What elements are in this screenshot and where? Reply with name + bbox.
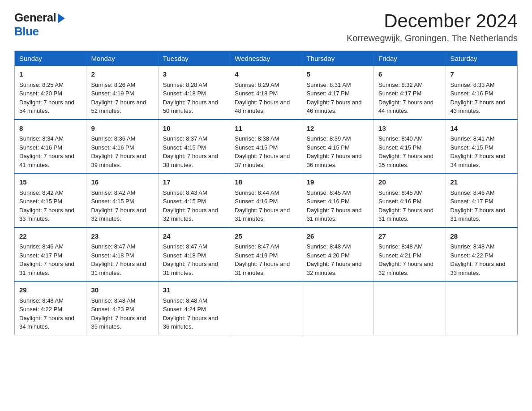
day-sunset: Sunset: 4:22 PM	[450, 252, 493, 259]
day-daylight: Daylight: 7 hours and 37 minutes.	[235, 153, 290, 168]
day-daylight: Daylight: 7 hours and 52 minutes.	[91, 99, 146, 115]
day-sunset: Sunset: 4:21 PM	[378, 252, 421, 259]
logo: General Blue	[14, 11, 65, 39]
day-sunset: Sunset: 4:16 PM	[19, 144, 62, 151]
day-sunrise: Sunrise: 8:44 AM	[235, 189, 279, 196]
calendar-cell	[302, 281, 373, 335]
calendar-cell: 12Sunrise: 8:39 AMSunset: 4:15 PMDayligh…	[302, 120, 373, 174]
day-sunset: Sunset: 4:16 PM	[91, 144, 134, 151]
day-sunrise: Sunrise: 8:29 AM	[235, 81, 279, 88]
calendar-cell: 5Sunrise: 8:31 AMSunset: 4:17 PMDaylight…	[302, 66, 373, 120]
calendar-cell: 1Sunrise: 8:25 AMSunset: 4:20 PMDaylight…	[15, 66, 86, 120]
day-daylight: Daylight: 7 hours and 46 minutes.	[307, 99, 362, 115]
calendar-cell: 8Sunrise: 8:34 AMSunset: 4:16 PMDaylight…	[15, 120, 86, 174]
day-number: 3	[163, 69, 225, 80]
day-sunset: Sunset: 4:18 PM	[163, 90, 206, 97]
day-number: 20	[378, 177, 441, 188]
day-number: 10	[163, 124, 225, 134]
day-sunset: Sunset: 4:18 PM	[91, 252, 134, 259]
day-number: 19	[307, 177, 369, 188]
calendar-week-row: 15Sunrise: 8:42 AMSunset: 4:15 PMDayligh…	[15, 173, 518, 227]
day-sunset: Sunset: 4:20 PM	[19, 90, 62, 97]
day-daylight: Daylight: 7 hours and 32 minutes.	[163, 207, 218, 223]
title-block: December 2024 Korrewegwijk, Groningen, T…	[347, 11, 518, 43]
day-daylight: Daylight: 7 hours and 31 minutes.	[235, 261, 290, 276]
day-number: 23	[91, 231, 153, 242]
day-number: 28	[450, 231, 513, 242]
day-daylight: Daylight: 7 hours and 43 minutes.	[450, 99, 506, 115]
day-number: 4	[235, 69, 297, 80]
day-daylight: Daylight: 7 hours and 33 minutes.	[450, 261, 506, 276]
day-sunset: Sunset: 4:15 PM	[307, 144, 350, 151]
calendar-cell: 26Sunrise: 8:48 AMSunset: 4:20 PMDayligh…	[302, 227, 373, 282]
day-sunrise: Sunrise: 8:45 AM	[307, 189, 351, 196]
day-number: 30	[91, 285, 153, 295]
day-number: 24	[163, 231, 225, 242]
calendar-week-row: 22Sunrise: 8:46 AMSunset: 4:17 PMDayligh…	[15, 227, 518, 282]
calendar-cell: 4Sunrise: 8:29 AMSunset: 4:18 PMDaylight…	[230, 66, 302, 120]
day-sunrise: Sunrise: 8:48 AM	[378, 243, 423, 250]
day-number: 1	[19, 69, 82, 80]
day-sunrise: Sunrise: 8:47 AM	[91, 243, 135, 250]
day-number: 14	[450, 124, 513, 134]
day-sunrise: Sunrise: 8:41 AM	[450, 135, 495, 142]
day-header-wednesday: Wednesday	[230, 51, 302, 66]
day-number: 5	[307, 69, 369, 80]
calendar-cell: 27Sunrise: 8:48 AMSunset: 4:21 PMDayligh…	[374, 227, 446, 282]
calendar-cell: 15Sunrise: 8:42 AMSunset: 4:15 PMDayligh…	[15, 173, 86, 227]
day-sunset: Sunset: 4:17 PM	[307, 90, 350, 97]
calendar-cell: 10Sunrise: 8:37 AMSunset: 4:15 PMDayligh…	[158, 120, 230, 174]
calendar-location: Korrewegwijk, Groningen, The Netherlands	[347, 33, 518, 43]
calendar-cell: 6Sunrise: 8:32 AMSunset: 4:17 PMDaylight…	[374, 66, 446, 120]
day-daylight: Daylight: 7 hours and 31 minutes.	[378, 207, 433, 223]
day-number: 8	[19, 124, 82, 134]
day-number: 15	[19, 177, 82, 188]
calendar-cell	[374, 281, 446, 335]
day-daylight: Daylight: 7 hours and 38 minutes.	[163, 153, 218, 168]
calendar-cell	[446, 281, 517, 335]
day-sunrise: Sunrise: 8:32 AM	[378, 81, 423, 88]
calendar-title: December 2024	[347, 11, 518, 31]
day-sunrise: Sunrise: 8:48 AM	[307, 243, 351, 250]
day-sunset: Sunset: 4:18 PM	[235, 90, 278, 97]
calendar-cell	[230, 281, 302, 335]
calendar-cell: 20Sunrise: 8:45 AMSunset: 4:16 PMDayligh…	[374, 173, 446, 227]
day-daylight: Daylight: 7 hours and 54 minutes.	[19, 99, 74, 115]
day-daylight: Daylight: 7 hours and 31 minutes.	[163, 261, 218, 276]
day-daylight: Daylight: 7 hours and 34 minutes.	[19, 315, 74, 330]
day-sunrise: Sunrise: 8:45 AM	[378, 189, 423, 196]
day-number: 6	[378, 69, 441, 80]
day-sunset: Sunset: 4:15 PM	[91, 198, 134, 205]
calendar-header-row: SundayMondayTuesdayWednesdayThursdayFrid…	[15, 51, 518, 66]
day-header-monday: Monday	[86, 51, 158, 66]
day-daylight: Daylight: 7 hours and 36 minutes.	[307, 153, 362, 168]
day-number: 13	[378, 124, 441, 134]
calendar-week-row: 29Sunrise: 8:48 AMSunset: 4:22 PMDayligh…	[15, 281, 518, 335]
day-header-sunday: Sunday	[15, 51, 86, 66]
day-number: 31	[163, 285, 225, 295]
day-daylight: Daylight: 7 hours and 41 minutes.	[19, 153, 74, 168]
calendar-cell: 16Sunrise: 8:42 AMSunset: 4:15 PMDayligh…	[86, 173, 158, 227]
day-sunset: Sunset: 4:16 PM	[307, 198, 350, 205]
day-sunrise: Sunrise: 8:36 AM	[91, 135, 135, 142]
day-header-friday: Friday	[374, 51, 446, 66]
day-sunrise: Sunrise: 8:42 AM	[19, 189, 64, 196]
calendar-cell: 24Sunrise: 8:47 AMSunset: 4:18 PMDayligh…	[158, 227, 230, 282]
day-daylight: Daylight: 7 hours and 44 minutes.	[378, 99, 433, 115]
calendar-table: SundayMondayTuesdayWednesdayThursdayFrid…	[14, 51, 518, 335]
day-sunrise: Sunrise: 8:26 AM	[91, 81, 135, 88]
day-number: 22	[19, 231, 82, 242]
day-number: 7	[450, 69, 513, 80]
day-sunset: Sunset: 4:16 PM	[378, 198, 421, 205]
day-sunrise: Sunrise: 8:34 AM	[19, 135, 64, 142]
day-sunset: Sunset: 4:15 PM	[163, 144, 206, 151]
calendar-cell: 9Sunrise: 8:36 AMSunset: 4:16 PMDaylight…	[86, 120, 158, 174]
day-sunset: Sunset: 4:23 PM	[91, 306, 134, 313]
calendar-cell: 11Sunrise: 8:38 AMSunset: 4:15 PMDayligh…	[230, 120, 302, 174]
day-sunset: Sunset: 4:15 PM	[19, 198, 62, 205]
calendar-cell: 14Sunrise: 8:41 AMSunset: 4:15 PMDayligh…	[446, 120, 517, 174]
day-number: 16	[91, 177, 153, 188]
day-sunrise: Sunrise: 8:46 AM	[19, 243, 64, 250]
day-daylight: Daylight: 7 hours and 31 minutes.	[235, 207, 290, 223]
calendar-cell: 17Sunrise: 8:43 AMSunset: 4:15 PMDayligh…	[158, 173, 230, 227]
